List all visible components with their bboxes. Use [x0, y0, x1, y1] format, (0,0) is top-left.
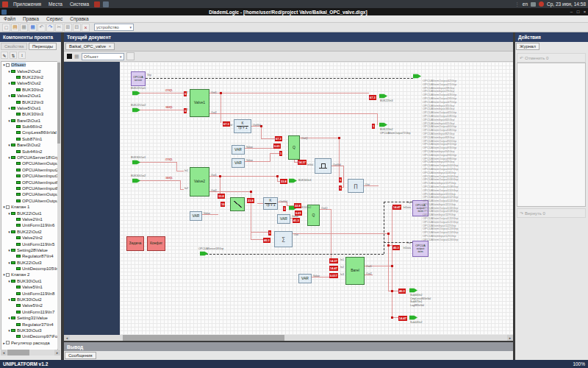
tree-item[interactable]: ▾OPCUAServer18\Grp	[1, 155, 57, 160]
k-lag2-block[interactable]: KTp + 1	[263, 197, 278, 210]
scroll-right-icon[interactable]: ▸	[507, 335, 513, 341]
checkbox[interactable]	[6, 63, 10, 67]
cut-icon[interactable]: ✂	[55, 24, 63, 32]
tree-item[interactable]: OPCUAItemOutput8	[1, 191, 57, 197]
tree-horizontal-scrollbar[interactable]: ◂ ▸	[1, 350, 60, 355]
scroll-right-icon[interactable]: ▸	[54, 350, 60, 355]
opcua-output-item2-block[interactable]: OPCUAoutputitem	[412, 241, 429, 257]
tree-item[interactable]: Valve5\In1	[1, 284, 57, 290]
config-block[interactable]: Конфиг	[147, 236, 165, 251]
tree-item[interactable]: Sub44\In2	[1, 148, 57, 154]
paste-icon[interactable]: ⊟	[73, 24, 81, 32]
launcher1-icon[interactable]	[94, 1, 100, 7]
checkbox[interactable]	[6, 341, 10, 344]
tree-item[interactable]: UnitDecomp97\Form	[1, 333, 57, 339]
tree-item[interactable]: OPCUAItemInput28	[1, 167, 57, 173]
tab-transitions[interactable]: Переходы	[29, 43, 57, 50]
diagram-canvas[interactable]: OPCUAserverGrpValve1In1In2Out1Out2KTp + …	[64, 62, 513, 335]
tree-item[interactable]: OPCUAItemInput60	[1, 179, 57, 185]
tree-item[interactable]: CmpLess86\InVal	[1, 130, 57, 135]
tree-item[interactable]: Valve2\In1	[1, 216, 57, 222]
menu-service[interactable]: Сервис	[43, 16, 66, 21]
distro-logo-icon[interactable]	[2, 1, 8, 7]
close-button[interactable]: ×	[581, 10, 588, 14]
tree-item[interactable]: ▾BUK30\Out1	[1, 278, 57, 284]
product-block[interactable]: ∏	[348, 179, 364, 193]
copy-icon[interactable]: ⊞	[64, 24, 72, 32]
system-menu[interactable]: Система	[68, 1, 91, 7]
minimize-button[interactable]: –	[568, 10, 575, 14]
tree-item[interactable]: ▾Valve2\Out1	[1, 93, 57, 99]
tree-item[interactable]: ▾Barel3\Out1	[1, 118, 57, 124]
tree-item[interactable]: ▾Клапан 2	[1, 272, 57, 277]
tree-item[interactable]: UnitForm119\In6	[1, 222, 57, 228]
valve1-block[interactable]: Valve1	[190, 89, 209, 117]
zoom-level[interactable]: 100%	[573, 361, 585, 367]
tree-item[interactable]: UnitForm119\In5	[1, 241, 57, 247]
applications-menu[interactable]: Приложения	[11, 1, 43, 7]
canvas-hscroll-thumb[interactable]	[123, 335, 284, 341]
save-icon[interactable]: ▦	[20, 24, 28, 32]
menu-help[interactable]: Справка	[66, 16, 93, 21]
notification-icon[interactable]	[539, 1, 544, 7]
var2-block[interactable]: VAR	[232, 158, 245, 168]
tree-item[interactable]: UnitDecomp105\In4	[1, 266, 57, 272]
save-all-icon[interactable]: ▦	[29, 24, 37, 32]
tree-item[interactable]: ▸Регулятор расхода	[1, 340, 57, 346]
var4-block[interactable]: VAR	[277, 214, 290, 224]
sort-up-down-icon[interactable]: ⇅	[10, 52, 17, 59]
tree-item[interactable]: ▾BUK30\Out2	[1, 297, 57, 302]
maximize-button[interactable]: □	[575, 10, 581, 14]
window-titlebar[interactable]: DiademLogic - [/home/user/Red/project Va…	[0, 8, 588, 15]
tree-vscroll-thumb[interactable]	[57, 63, 60, 144]
tree-item[interactable]: ▾BUK22\Out1	[1, 210, 57, 216]
tree-item[interactable]: ▾Valve5\Out2	[1, 80, 57, 86]
tree-item[interactable]: BUK30\In3	[1, 111, 57, 117]
step-block[interactable]	[315, 158, 331, 174]
redo-action-row[interactable]: ↷ Вернуть 0	[517, 208, 586, 218]
new-file-icon[interactable]: □	[2, 24, 10, 32]
tree-item[interactable]: ▾BUK22\Out2	[1, 229, 57, 235]
k-lag1-block[interactable]: KTp + 1	[234, 119, 251, 133]
task-block[interactable]: Задача	[126, 236, 144, 251]
places-menu[interactable]: Места	[46, 1, 65, 7]
valve2-block[interactable]: Valve2	[190, 167, 209, 197]
sum-block[interactable]: ∑	[274, 231, 293, 247]
scroll-left-icon[interactable]: ◂	[64, 335, 70, 341]
tab-properties[interactable]: Свойства	[1, 43, 27, 50]
open-icon[interactable]: ▤	[11, 24, 19, 32]
tree-item[interactable]: BUK30\In2	[1, 87, 57, 93]
tree-item[interactable]: ▾Setting31\Value	[1, 315, 57, 321]
tree-item[interactable]: ▾Setting28\Value	[1, 247, 57, 253]
launcher2-icon[interactable]	[103, 1, 109, 7]
document-tab[interactable]: Baikal_OPC_valve ×	[65, 43, 115, 50]
tree-item[interactable]: Valve5\In2	[1, 302, 57, 308]
tree-item[interactable]: ▾Valve5\Out1	[1, 105, 57, 111]
tree-item[interactable]: Regulator87\In4	[1, 253, 57, 259]
menu-edit[interactable]: Правка	[19, 16, 43, 21]
tree-item[interactable]: OPCUAItemOutput2	[1, 160, 57, 166]
menu-file[interactable]: Файл	[0, 16, 19, 21]
q1-block[interactable]: Q	[288, 135, 300, 160]
tree-item[interactable]: ▾BUK22\Out3	[1, 260, 57, 266]
expand-collapse-icon[interactable]: ↕	[18, 52, 26, 59]
tree-item[interactable]: Regulator37\In4	[1, 321, 57, 327]
edit-link-icon[interactable]: ✎	[1, 52, 8, 59]
tree-item[interactable]: BUK22\In3	[1, 99, 57, 105]
redo-icon[interactable]: ↷	[46, 24, 54, 32]
grid-icon[interactable]: ▦	[74, 54, 79, 60]
journal-list[interactable]	[517, 63, 586, 207]
tab-messages[interactable]: Сообщения	[65, 352, 96, 359]
object-combo[interactable]: Объект ▾	[82, 53, 124, 60]
tree-vertical-scrollbar[interactable]	[57, 61, 60, 349]
tab-journal[interactable]: Журнал	[516, 43, 539, 50]
opcua-server-block[interactable]: OPCUAserver	[131, 71, 146, 86]
tree-item[interactable]: ▾Клапан 1	[1, 204, 57, 210]
tree-item[interactable]: BUK22\In2	[1, 74, 57, 80]
canvas-horizontal-scrollbar[interactable]: ◂ ▸	[64, 335, 513, 341]
ramp-limit-block[interactable]	[230, 197, 245, 211]
stop-icon[interactable]	[67, 54, 72, 59]
scroll-left-icon[interactable]: ◂	[1, 350, 7, 355]
device-combo[interactable]: устройство ▾	[94, 24, 134, 31]
undo-action-row[interactable]: ↶ Отменить 0	[517, 53, 586, 63]
